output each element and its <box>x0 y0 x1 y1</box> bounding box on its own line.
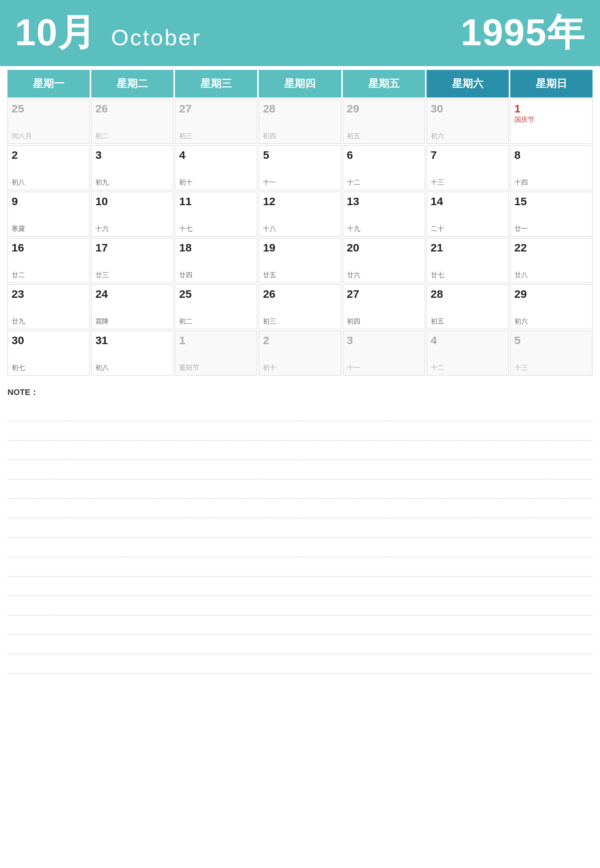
lunar-date: 廿九 <box>12 317 86 326</box>
day-number: 27 <box>179 102 253 115</box>
day-cell: 28初四 <box>259 99 341 144</box>
day-number: 9 <box>12 195 86 208</box>
day-number: 28 <box>431 288 505 301</box>
day-cell: 6十二 <box>343 145 425 190</box>
lunar-date: 初八 <box>95 363 169 372</box>
day-number: 25 <box>12 102 86 115</box>
day-cell: 16廿二 <box>8 238 90 283</box>
lunar-date: 初四 <box>263 132 337 141</box>
day-cell: 22廿八 <box>510 238 592 283</box>
day-cell: 18廿四 <box>175 238 257 283</box>
year: 1995年 <box>461 8 585 58</box>
day-number: 22 <box>514 241 588 254</box>
day-number: 1 <box>514 102 588 115</box>
day-number: 21 <box>431 241 505 254</box>
day-cell: 27初三 <box>175 99 257 144</box>
day-number: 10 <box>95 195 169 208</box>
day-number: 24 <box>95 288 169 301</box>
lunar-date: 十三 <box>431 178 505 187</box>
day-number: 2 <box>263 334 337 347</box>
lunar-date: 初九 <box>95 178 169 187</box>
day-cell: 25初二 <box>175 284 257 329</box>
weekday-cell: 星期三 <box>175 70 257 98</box>
day-number: 29 <box>514 288 588 301</box>
lunar-date: 十九 <box>347 224 421 233</box>
day-cell: 19廿五 <box>259 238 341 283</box>
lunar-date: 初六 <box>514 317 588 326</box>
weekday-header: 星期一星期二星期三星期四星期五星期六星期日 <box>8 70 592 98</box>
weekday-cell: 星期二 <box>91 70 173 98</box>
weekday-cell: 星期日 <box>510 70 592 98</box>
day-cell: 5十一 <box>259 145 341 190</box>
day-number: 11 <box>179 195 253 208</box>
day-number: 25 <box>179 288 253 301</box>
day-cell: 27初四 <box>343 284 425 329</box>
day-cell: 30初六 <box>427 99 509 144</box>
lunar-date: 初四 <box>347 317 421 326</box>
lunar-date: 寒露 <box>12 224 86 233</box>
header: 10月 October 1995年 <box>0 0 600 66</box>
note-section: NOTE： <box>0 375 600 681</box>
lunar-date: 十七 <box>179 224 253 233</box>
day-number: 18 <box>179 241 253 254</box>
note-line <box>8 635 592 654</box>
day-cell: 8十四 <box>510 145 592 190</box>
weekday-cell: 星期四 <box>259 70 341 98</box>
lunar-date: 初二 <box>95 132 169 141</box>
day-number: 14 <box>431 195 505 208</box>
day-number: 2 <box>12 149 86 162</box>
lunar-date: 初八 <box>12 178 86 187</box>
lunar-date: 廿四 <box>179 271 253 280</box>
note-line <box>8 557 592 576</box>
month-cn: 10月 <box>15 8 96 58</box>
calendar-grid: 25闰八月26初二27初三28初四29初五30初六1国庆节2初八3初九4初十5十… <box>8 99 592 375</box>
day-number: 29 <box>347 102 421 115</box>
day-cell: 5十三 <box>510 331 592 375</box>
day-number: 8 <box>514 149 588 162</box>
day-cell: 31初八 <box>91 331 173 375</box>
day-cell: 3十一 <box>343 331 425 375</box>
note-line <box>8 479 592 499</box>
day-cell: 20廿六 <box>343 238 425 283</box>
lunar-date: 二十 <box>431 224 505 233</box>
day-cell: 2初十 <box>259 331 341 375</box>
day-number: 4 <box>179 149 253 162</box>
lunar-date: 十二 <box>347 178 421 187</box>
day-number: 13 <box>347 195 421 208</box>
note-line <box>8 421 592 440</box>
lunar-date: 初七 <box>12 363 86 372</box>
day-number: 30 <box>12 334 86 347</box>
day-number: 12 <box>263 195 337 208</box>
day-cell: 29初六 <box>510 284 592 329</box>
day-cell: 17廿三 <box>91 238 173 283</box>
lunar-date: 廿七 <box>431 271 505 280</box>
day-number: 3 <box>95 149 169 162</box>
lunar-date: 重阳节 <box>179 363 253 372</box>
day-cell: 26初三 <box>259 284 341 329</box>
lunar-date: 初五 <box>347 132 421 141</box>
day-cell: 15廿一 <box>510 192 592 236</box>
day-number: 1 <box>179 334 253 347</box>
lunar-date: 十三 <box>514 363 588 372</box>
lunar-date: 初六 <box>431 132 505 141</box>
note-line <box>8 460 592 479</box>
day-cell: 4十二 <box>427 331 509 375</box>
lunar-date: 十八 <box>263 224 337 233</box>
day-cell: 23廿九 <box>8 284 90 329</box>
note-line <box>8 538 592 557</box>
lunar-date: 廿五 <box>263 271 337 280</box>
lunar-date: 廿六 <box>347 271 421 280</box>
weekday-cell: 星期一 <box>8 70 90 98</box>
note-line <box>8 576 592 596</box>
day-cell: 25闰八月 <box>8 99 90 144</box>
note-line <box>8 402 592 421</box>
lunar-date: 十一 <box>347 363 421 372</box>
day-number: 20 <box>347 241 421 254</box>
day-cell: 2初八 <box>8 145 90 190</box>
note-lines <box>8 402 592 674</box>
lunar-date: 廿三 <box>95 271 169 280</box>
day-cell: 29初五 <box>343 99 425 144</box>
lunar-date: 闰八月 <box>12 132 86 141</box>
day-cell: 13十九 <box>343 192 425 236</box>
lunar-date: 初三 <box>263 317 337 326</box>
